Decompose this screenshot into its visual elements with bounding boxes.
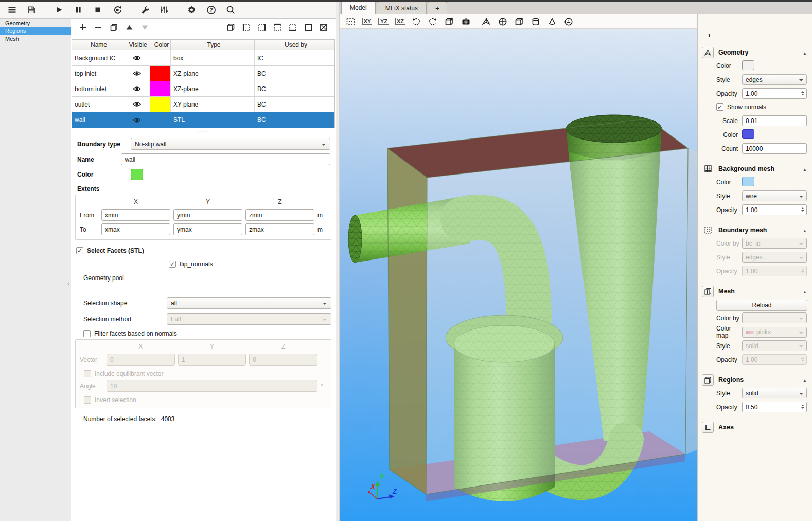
from-x-input[interactable] xyxy=(101,209,170,221)
pause-button[interactable] xyxy=(69,3,87,17)
collapse-arrow-icon[interactable] xyxy=(803,227,807,234)
vtk-viewport[interactable]: Y X Z xyxy=(340,29,697,521)
visibility-toggle[interactable] xyxy=(123,50,150,65)
boundary-type-combobox[interactable]: No-slip wall xyxy=(131,138,330,150)
geometry-panel-header[interactable]: Geometry xyxy=(698,46,812,59)
spin-arrows[interactable] xyxy=(799,89,806,98)
reset-view-button[interactable] xyxy=(343,15,358,28)
remove-region-button[interactable] xyxy=(93,22,104,32)
to-y-input[interactable] xyxy=(173,223,242,235)
geometry-panel-icon-button[interactable] xyxy=(702,47,714,58)
mesh-panel-header[interactable]: Mesh xyxy=(698,285,812,298)
cell-color[interactable] xyxy=(150,66,171,81)
flip-normals-checkbox[interactable] xyxy=(169,260,176,268)
spin-arrows[interactable] xyxy=(799,402,806,412)
normals-count-input[interactable] xyxy=(742,143,807,154)
name-input[interactable] xyxy=(121,153,330,165)
search-button[interactable] xyxy=(222,3,239,17)
toggle-axes-button[interactable] xyxy=(495,15,510,28)
toggle-cylinder-region-button[interactable] xyxy=(528,15,543,28)
tab-mfix-status[interactable]: MFiX status xyxy=(377,2,427,14)
from-y-input[interactable] xyxy=(173,209,242,221)
toggle-visibility-button[interactable] xyxy=(561,15,576,28)
add-tab-button[interactable]: + xyxy=(428,2,447,14)
visibility-toggle[interactable] xyxy=(123,66,150,81)
menu-button[interactable] xyxy=(3,3,21,17)
boundary-mesh-panel-header[interactable]: Boundary mesh xyxy=(698,224,812,236)
rotate-left-button[interactable] xyxy=(409,15,424,28)
new-xz-plane-bottom-button[interactable] xyxy=(287,22,298,32)
region-color-swatch[interactable] xyxy=(131,169,143,180)
view-xz-button[interactable]: XZ xyxy=(392,15,408,28)
background-mesh-color-swatch[interactable] xyxy=(742,177,754,186)
collapse-arrow-icon[interactable] xyxy=(803,165,807,172)
collapse-arrow-icon[interactable] xyxy=(803,288,807,295)
show-normals-checkbox[interactable] xyxy=(716,103,723,111)
axes-panel-header[interactable]: Axes xyxy=(698,421,812,433)
new-yz-plane-min-button[interactable] xyxy=(241,22,252,32)
visibility-toggle[interactable] xyxy=(123,97,150,112)
to-z-input[interactable] xyxy=(245,223,314,235)
table-row-top-inlet[interactable]: top inlet XZ-plane BC xyxy=(72,66,334,81)
mesh-reload-button[interactable]: Reload xyxy=(716,300,807,311)
parameters-button[interactable] xyxy=(155,3,173,17)
geometry-style-combobox[interactable]: edges xyxy=(742,74,807,85)
regions-style-combobox[interactable]: solid xyxy=(742,388,807,398)
save-button[interactable] xyxy=(23,3,40,17)
cell-color[interactable] xyxy=(150,112,171,128)
filter-facets-checkbox[interactable] xyxy=(83,330,91,337)
panel-collapse-handle[interactable] xyxy=(67,280,69,286)
vertical-splitter[interactable] xyxy=(336,0,340,521)
visibility-toggle[interactable] xyxy=(123,81,150,96)
toggle-box-region-button[interactable] xyxy=(511,15,527,28)
table-row-wall[interactable]: wall STL BC xyxy=(72,112,334,128)
cell-color[interactable] xyxy=(150,97,171,112)
cell-color[interactable] xyxy=(150,81,171,96)
geometry-opacity-spinbox[interactable]: 1.00 xyxy=(742,88,807,99)
visibility-toggle[interactable] xyxy=(123,112,150,128)
move-up-button[interactable] xyxy=(123,22,135,32)
add-region-button[interactable] xyxy=(77,22,89,32)
background-mesh-style-combobox[interactable]: wire xyxy=(742,190,807,201)
geometry-color-swatch[interactable] xyxy=(742,60,754,70)
view-xy-button[interactable]: XY xyxy=(359,15,375,28)
spin-arrows[interactable] xyxy=(799,205,806,215)
new-stl-region-button[interactable] xyxy=(318,22,329,32)
stop-button[interactable] xyxy=(89,3,107,17)
nav-item-geometry[interactable]: Geometry xyxy=(0,20,71,27)
table-row-bottom-inlet[interactable]: bottom inlet XZ-plane BC xyxy=(72,81,334,97)
nav-item-regions[interactable]: Regions xyxy=(0,27,71,35)
background-mesh-opacity-spinbox[interactable]: 1.00 xyxy=(742,204,807,215)
mesh-panel-icon-button[interactable] xyxy=(702,286,714,297)
regions-opacity-spinbox[interactable]: 0.50 xyxy=(742,402,807,412)
normals-scale-input[interactable] xyxy=(742,115,807,126)
normals-color-swatch[interactable] xyxy=(742,129,754,139)
perspective-toggle-button[interactable] xyxy=(442,15,457,28)
new-box-region-button[interactable] xyxy=(225,22,237,32)
cell-color[interactable] xyxy=(150,50,171,65)
collapse-arrow-icon[interactable] xyxy=(803,49,807,56)
new-xz-plane-top-button[interactable] xyxy=(272,22,283,32)
settings-button[interactable] xyxy=(183,3,200,17)
background-mesh-panel-header[interactable]: Background mesh xyxy=(698,163,812,175)
to-x-input[interactable] xyxy=(101,223,170,235)
toggle-cone-region-button[interactable] xyxy=(544,15,560,28)
table-row-outlet[interactable]: outlet XY-plane BC xyxy=(72,97,334,112)
axes-panel-icon-button[interactable] xyxy=(702,422,714,433)
new-xy-plane-button[interactable] xyxy=(303,22,314,32)
regions-panel-header[interactable]: Regions xyxy=(698,374,812,386)
toggle-geometry-button[interactable] xyxy=(479,15,494,28)
sidebar-expand-button[interactable] xyxy=(704,30,714,39)
rotate-right-button[interactable] xyxy=(425,15,440,28)
move-down-button[interactable] xyxy=(139,22,150,32)
run-button[interactable] xyxy=(50,3,67,17)
view-yz-button[interactable]: YZ xyxy=(376,15,391,28)
table-row-background-ic[interactable]: Background IC box IC xyxy=(72,50,334,66)
duplicate-region-button[interactable] xyxy=(108,22,119,32)
screenshot-button[interactable] xyxy=(458,15,473,28)
help-button[interactable]: ? xyxy=(202,3,220,17)
select-facets-checkbox[interactable] xyxy=(76,247,83,254)
new-yz-plane-max-button[interactable] xyxy=(256,22,268,32)
regions-panel-icon-button[interactable] xyxy=(702,374,714,386)
selection-shape-combobox[interactable]: all xyxy=(167,297,331,309)
